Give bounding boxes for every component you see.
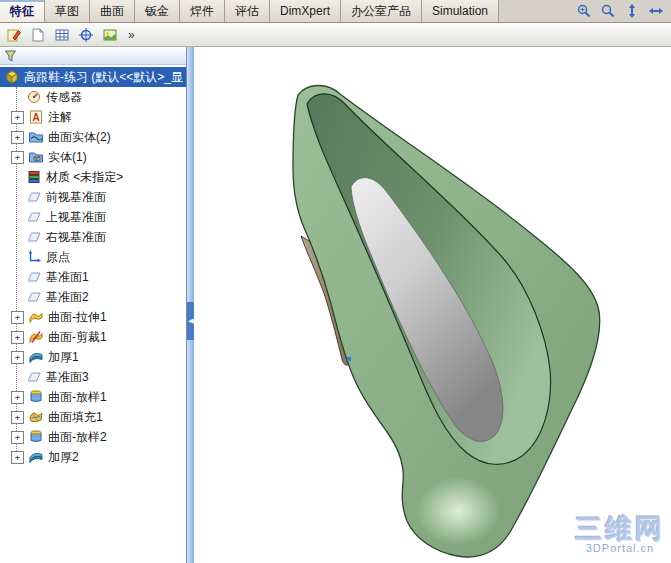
tree-item-label: 前视基准面: [46, 189, 110, 206]
ribbon-tab[interactable]: DimXpert: [270, 0, 341, 22]
tree-item[interactable]: +加厚2: [0, 447, 186, 467]
image-icon[interactable]: [99, 25, 120, 45]
ribbon-tab[interactable]: 曲面: [90, 0, 135, 22]
tree-item[interactable]: 基准面2: [0, 287, 186, 307]
filter-icon[interactable]: [3, 48, 19, 64]
vertical-arrows-icon[interactable]: [621, 2, 642, 21]
expander-icon[interactable]: +: [11, 391, 24, 404]
target-icon[interactable]: [75, 25, 96, 45]
tree-item[interactable]: +曲面-剪裁1: [0, 327, 186, 347]
tree-item[interactable]: +曲面-拉伸1: [0, 307, 186, 327]
plane-icon: [26, 289, 42, 305]
tree-item-label: 上视基准面: [46, 209, 110, 226]
tree-item[interactable]: +曲面-放样2: [0, 427, 186, 447]
solid-bodies-folder-icon: [28, 149, 44, 165]
expander-icon[interactable]: +: [11, 451, 24, 464]
tree-item[interactable]: 上视基准面: [0, 207, 186, 227]
surface-loft-icon: [28, 429, 44, 445]
feature-manager-panel: 高跟鞋-练习 (默认<<默认>_显 传感器+A注解+曲面实体(2)+实体(1)材…: [0, 47, 187, 563]
horizontal-arrows-icon[interactable]: [645, 2, 666, 21]
surface-trim-icon: [28, 329, 44, 345]
thicken-icon: [28, 449, 44, 465]
expander-icon[interactable]: +: [11, 131, 24, 144]
tree-item-label: 材质 <未指定>: [46, 169, 127, 186]
tree-item-label: 实体(1): [48, 149, 91, 166]
ribbon-tabs: 特征草图曲面钣金焊件评估DimXpert办公室产品Simulation: [0, 0, 499, 22]
tree-item-label: 基准面3: [46, 369, 93, 386]
svg-text:A: A: [33, 112, 40, 123]
tree-item[interactable]: +A注解: [0, 107, 186, 127]
plane-icon: [26, 209, 42, 225]
tree-item-label: 注解: [48, 109, 76, 126]
surface-extrude-icon: [28, 309, 44, 325]
material-icon: [26, 169, 42, 185]
tree-item-label: 曲面-剪裁1: [48, 329, 111, 346]
tree-root-label: 高跟鞋-练习 (默认<<默认>_显: [24, 69, 186, 86]
tree-item[interactable]: +曲面实体(2): [0, 127, 186, 147]
tree-item[interactable]: +实体(1): [0, 147, 186, 167]
ribbon-tab[interactable]: 特征: [0, 0, 45, 22]
plane-icon: [26, 229, 42, 245]
expander-icon[interactable]: +: [11, 151, 24, 164]
tree-item[interactable]: 基准面1: [0, 267, 186, 287]
plane-icon: [26, 269, 42, 285]
tree-item[interactable]: +曲面填充1: [0, 407, 186, 427]
command-buttons: [3, 25, 120, 45]
expander-icon[interactable]: +: [11, 311, 24, 324]
expander-icon[interactable]: +: [11, 431, 24, 444]
expander-icon[interactable]: +: [11, 111, 24, 124]
tree-item[interactable]: 传感器: [0, 87, 186, 107]
tree-item[interactable]: +加厚1: [0, 347, 186, 367]
tree-item-label: 基准面2: [46, 289, 93, 306]
ribbon-tab[interactable]: Simulation: [422, 0, 499, 22]
feature-tree: 高跟鞋-练习 (默认<<默认>_显 传感器+A注解+曲面实体(2)+实体(1)材…: [0, 65, 186, 467]
expander-icon[interactable]: +: [11, 411, 24, 424]
tree-item-label: 曲面-拉伸1: [48, 309, 111, 326]
sensors-icon: [26, 89, 42, 105]
tree-item-label: 加厚1: [48, 349, 83, 366]
graphics-viewport[interactable]: 三维网 3DPortal.cn: [194, 47, 671, 563]
ribbon-tab[interactable]: 焊件: [180, 0, 225, 22]
surface-bodies-folder-icon: [28, 129, 44, 145]
table-icon[interactable]: [51, 25, 72, 45]
tree-item[interactable]: +曲面-放样1: [0, 387, 186, 407]
tree-root-item[interactable]: 高跟鞋-练习 (默认<<默认>_显: [0, 67, 186, 87]
tree-item-label: 传感器: [46, 89, 86, 106]
ribbon-tab[interactable]: 评估: [225, 0, 270, 22]
feature-filter-bar: [0, 47, 186, 65]
toolbar-overflow-chevron[interactable]: »: [128, 28, 133, 42]
ribbon-tab[interactable]: 办公室产品: [341, 0, 422, 22]
expander-icon[interactable]: +: [11, 351, 24, 364]
tree-item-label: 右视基准面: [46, 229, 110, 246]
expander-icon[interactable]: +: [11, 331, 24, 344]
magnifier-plus-icon[interactable]: [573, 2, 594, 21]
tree-items: 传感器+A注解+曲面实体(2)+实体(1)材质 <未指定>前视基准面上视基准面右…: [0, 87, 186, 467]
document-icon[interactable]: [27, 25, 48, 45]
edit-icon[interactable]: [3, 25, 24, 45]
tree-item[interactable]: 基准面3: [0, 367, 186, 387]
tree-item[interactable]: 原点: [0, 247, 186, 267]
tree-item-label: 原点: [46, 249, 74, 266]
tree-item-label: 曲面实体(2): [48, 129, 115, 146]
tree-item-label: 加厚2: [48, 449, 83, 466]
tree-item[interactable]: 右视基准面: [0, 227, 186, 247]
tree-item-label: 曲面填充1: [48, 409, 107, 426]
ribbon-tab-bar: 特征草图曲面钣金焊件评估DimXpert办公室产品Simulation: [0, 0, 671, 23]
ribbon-tab[interactable]: 钣金: [135, 0, 180, 22]
tree-item-label: 曲面-放样2: [48, 429, 111, 446]
surface-loft-icon: [28, 389, 44, 405]
view-toolbar: [573, 0, 671, 22]
surface-fill-icon: [28, 409, 44, 425]
tree-item[interactable]: 材质 <未指定>: [0, 167, 186, 187]
command-toolbar: »: [0, 23, 671, 47]
magnifier-icon[interactable]: [597, 2, 618, 21]
ribbon-tab[interactable]: 草图: [45, 0, 90, 22]
plane-icon: [26, 189, 42, 205]
solidworks-window: 特征草图曲面钣金焊件评估DimXpert办公室产品Simulation » 高跟…: [0, 0, 671, 563]
annotations-icon: A: [28, 109, 44, 125]
high-heel-shoe-model[interactable]: [194, 47, 671, 563]
tree-item[interactable]: 前视基准面: [0, 187, 186, 207]
thicken-icon: [28, 349, 44, 365]
toe-highlight: [416, 477, 500, 545]
tree-item-label: 曲面-放样1: [48, 389, 111, 406]
